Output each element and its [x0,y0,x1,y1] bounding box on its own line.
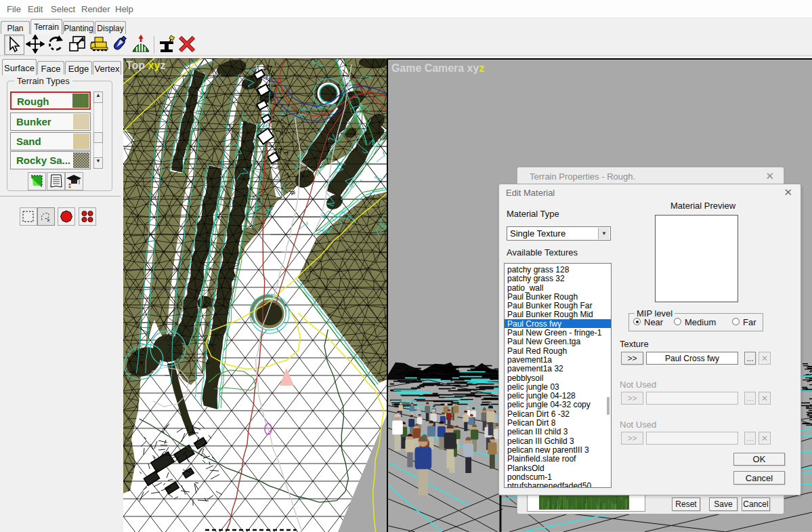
svg-text:Top xyz: Top xyz [126,60,165,71]
svg-text:Game Camera xyz: Game Camera xyz [391,62,484,74]
